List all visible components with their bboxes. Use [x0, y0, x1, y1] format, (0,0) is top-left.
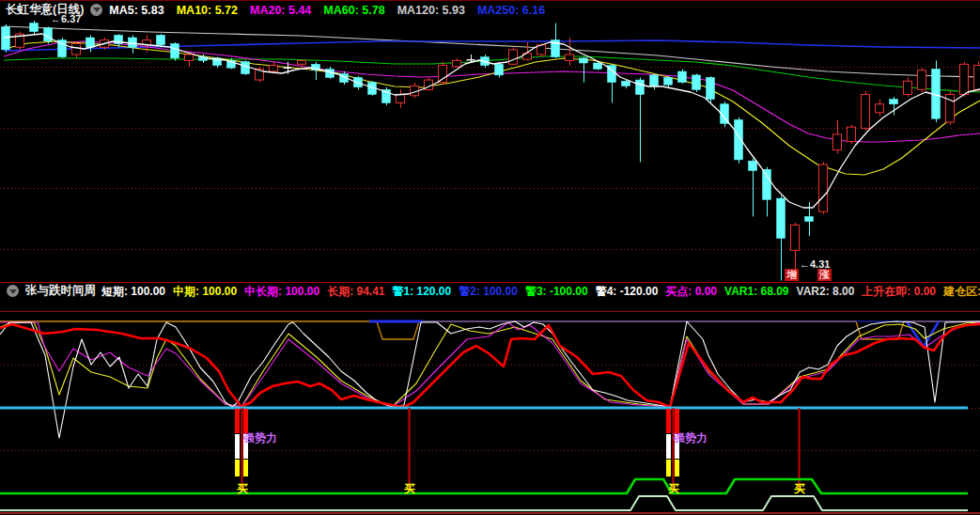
indicator-param-12: 建仓区: 100.00 :: [943, 285, 980, 298]
strength-label-1: 强势力: [243, 432, 277, 444]
indicator-params: 短期: 100.00中期: 100.00中长期: 100.00长期: 94.41…: [101, 282, 980, 299]
ma-label-1: MA10: 5.72: [177, 4, 238, 17]
ma-line-ma120: [4, 26, 980, 77]
main-chart-header: 长虹华意(日线) MA5: 5.83MA10: 5.72MA20: 5.44MA…: [0, 0, 980, 18]
indicator-param-5: 警2: 100.00: [459, 285, 518, 298]
chevron-down-icon: [9, 289, 17, 294]
candle-body-21: [298, 60, 306, 64]
ma-line-ma20: [4, 41, 980, 142]
indicator-param-10: VAR2: 8.00: [797, 285, 855, 298]
ma-label-4: MA120: 5.93: [397, 4, 465, 17]
candle-body-54: [763, 169, 771, 199]
candle-body-19: [270, 66, 278, 71]
candle-body-11: [157, 35, 165, 44]
candle-body-49: [692, 75, 701, 89]
candle-body-59: [833, 134, 842, 150]
ma-line-ma10: [4, 41, 980, 175]
app-window: 长虹华意(日线) MA5: 5.83MA10: 5.72MA20: 5.44MA…: [0, 0, 980, 515]
indicator-header: 张与跌时间周 短期: 100.00中期: 100.00中长期: 100.00长期…: [0, 282, 980, 299]
collapse-main-chart-button[interactable]: [90, 4, 102, 16]
indicator-param-3: 长期: 94.41: [327, 285, 384, 298]
candle-body-46: [650, 75, 659, 86]
candle-body-48: [678, 71, 687, 83]
candle-body-44: [622, 81, 630, 86]
indicator-param-4: 警1: 120.00: [393, 285, 452, 298]
buy-label-2: 买: [404, 483, 415, 494]
strength-bar-0-0-1: [235, 434, 240, 459]
candle-body-12: [171, 43, 179, 57]
candle-body-36: [509, 50, 518, 64]
indicator-param-7: 警4: -120.00: [596, 285, 659, 298]
candle-body-31: [439, 66, 447, 83]
candle-body-47: [664, 77, 673, 85]
candle-body-53: [749, 161, 757, 170]
strength-bar-2-1-2: [675, 460, 679, 476]
level-line-jiancangqu: [0, 321, 980, 339]
strength-bar-0-1-0: [243, 409, 248, 433]
strength-bar-2-0-0: [666, 409, 671, 433]
ma-legend: MA5: 5.83MA10: 5.72MA20: 5.44MA60: 5.78M…: [109, 1, 557, 18]
candle-body-60: [848, 127, 856, 141]
strength-bar-2-0-2: [666, 460, 671, 476]
candle-body-50: [707, 77, 715, 99]
ma-label-0: MA5: 5.83: [109, 4, 163, 17]
candle-body-5: [72, 43, 81, 55]
level-line-jing4: [0, 496, 968, 510]
high-price-marker: ←6.37: [51, 14, 81, 24]
strength-bar-2-1-0: [675, 409, 679, 433]
candle-body-64: [904, 81, 912, 94]
candle-body-6: [86, 38, 95, 47]
candle-body-68: [960, 64, 969, 94]
candle-body-69: [974, 66, 980, 90]
signal-label-zeng: 增: [785, 269, 799, 281]
candle-body-32: [453, 60, 461, 66]
candle-body-42: [594, 63, 602, 69]
candle-body-61: [862, 94, 870, 128]
candle-body-35: [495, 64, 504, 75]
buy-label-3: 买: [668, 483, 679, 494]
strength-label-2: 强势力: [674, 432, 708, 444]
strength-bar-0-0-0: [235, 409, 240, 433]
candle-body-45: [636, 80, 645, 94]
chevron-down-icon: [93, 8, 101, 12]
indicator-param-2: 中长期: 100.00: [244, 285, 319, 298]
collapse-indicator-button[interactable]: [7, 285, 19, 297]
indicator-param-1: 中期: 100.00: [173, 285, 237, 298]
buy-label-4: 买: [794, 483, 805, 494]
candle-body-41: [580, 58, 588, 63]
candle-body-63: [890, 100, 898, 104]
level-line-jing3: [0, 479, 968, 493]
indicator-param-11: 上升在即: 0.00: [862, 285, 936, 298]
indicator-param-6: 警3: -100.00: [525, 285, 588, 298]
candle-body-2: [30, 23, 39, 32]
candle-body-0: [2, 26, 10, 49]
ma-label-3: MA60: 5.78: [323, 4, 384, 17]
candle-body-58: [819, 164, 828, 211]
candle-body-57: [805, 216, 814, 221]
strength-bar-0-0-2: [235, 460, 240, 476]
ma-label-2: MA20: 5.44: [250, 4, 311, 17]
candle-body-65: [918, 70, 926, 90]
ma-label-5: MA250: 6.16: [477, 4, 545, 17]
indicator-param-9: VAR1: 68.09: [724, 285, 788, 298]
candle-body-56: [791, 225, 800, 250]
indicator-name: 张与跌时间周: [25, 283, 96, 299]
candle-body-17: [241, 62, 250, 74]
strength-bar-0-1-2: [243, 460, 248, 476]
indicator-param-8: 买点: 0.00: [665, 285, 717, 298]
chart-canvas[interactable]: [0, 0, 980, 515]
strength-bar-2-0-1: [666, 434, 671, 459]
indicator-param-0: 短期: 100.00: [101, 285, 165, 298]
candle-body-13: [185, 55, 194, 60]
candle-body-55: [777, 198, 786, 238]
buy-label-1: 买: [237, 483, 248, 494]
signal-label-zhang: 涨: [817, 269, 832, 281]
candle-body-62: [876, 104, 884, 113]
candle-body-40: [566, 55, 574, 60]
candle-body-28: [397, 94, 405, 102]
